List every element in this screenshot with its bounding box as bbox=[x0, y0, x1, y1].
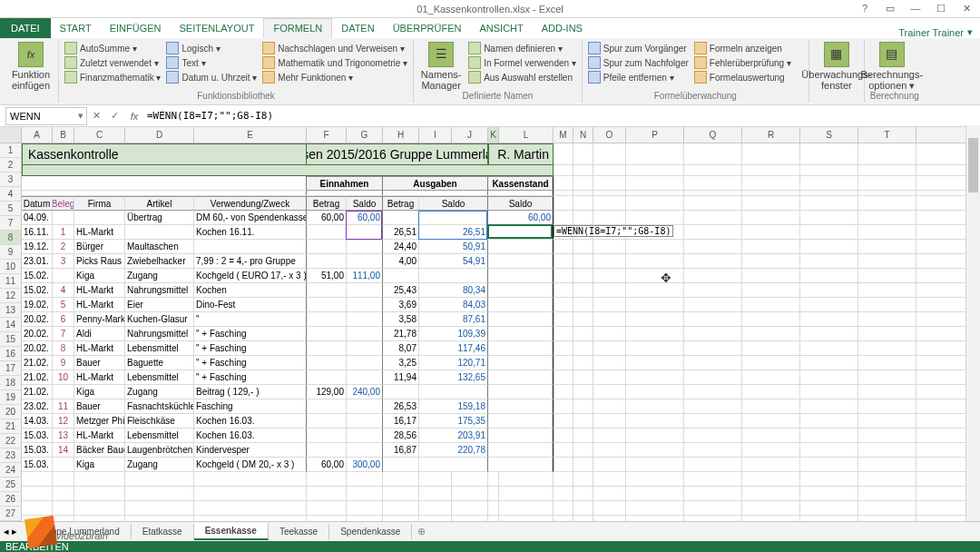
cell[interactable] bbox=[800, 312, 858, 327]
cell[interactable]: 3,58 bbox=[383, 312, 419, 327]
cell[interactable] bbox=[858, 458, 916, 472]
cell[interactable] bbox=[800, 196, 858, 211]
cell[interactable] bbox=[488, 327, 554, 341]
cell[interactable]: 13 bbox=[53, 429, 74, 443]
cell[interactable] bbox=[593, 341, 626, 356]
cell[interactable] bbox=[742, 269, 800, 283]
cell[interactable] bbox=[626, 385, 684, 399]
cell[interactable]: 4 bbox=[53, 283, 74, 298]
ribbon-item[interactable]: AutoSumme ▾ bbox=[64, 42, 161, 54]
row-header[interactable]: 21 bbox=[0, 419, 22, 434]
cell[interactable] bbox=[499, 472, 554, 487]
cell[interactable] bbox=[573, 356, 593, 370]
cell[interactable] bbox=[573, 458, 593, 472]
cell[interactable]: Nahrungsmittel bbox=[125, 283, 194, 298]
cell[interactable] bbox=[858, 356, 916, 370]
cell[interactable] bbox=[684, 196, 742, 211]
cell[interactable]: 300,00 bbox=[347, 458, 383, 472]
row-header[interactable]: 5 bbox=[0, 202, 22, 216]
cell[interactable] bbox=[307, 225, 347, 240]
add-sheet-button[interactable]: ⊕ bbox=[412, 526, 430, 537]
cell[interactable]: Datum bbox=[22, 196, 53, 211]
cell[interactable] bbox=[742, 176, 800, 191]
fx-button[interactable]: fx bbox=[123, 111, 145, 122]
ribbon-tab-add-ins[interactable]: ADD-INS bbox=[533, 18, 592, 38]
cell[interactable]: Zugang bbox=[125, 269, 194, 283]
cell[interactable] bbox=[347, 472, 383, 487]
ribbon-tab-daten[interactable]: DATEN bbox=[332, 18, 383, 38]
cell[interactable]: 12 bbox=[53, 414, 74, 429]
cell[interactable]: 15.03. bbox=[22, 429, 53, 443]
cell[interactable]: Betrag bbox=[307, 196, 347, 211]
cell[interactable]: Verwendung/Zweck bbox=[194, 196, 307, 211]
cell[interactable] bbox=[573, 176, 593, 191]
cell[interactable] bbox=[684, 240, 742, 254]
cell[interactable] bbox=[626, 165, 684, 176]
cell[interactable]: 25,43 bbox=[383, 283, 419, 298]
cell[interactable] bbox=[194, 472, 307, 487]
cell[interactable] bbox=[307, 487, 347, 501]
cell[interactable] bbox=[347, 312, 383, 327]
cell[interactable] bbox=[573, 312, 593, 327]
cell[interactable] bbox=[74, 487, 125, 501]
cell[interactable] bbox=[554, 283, 573, 298]
ribbon-item[interactable]: Logisch ▾ bbox=[166, 42, 257, 54]
cell[interactable]: Firma bbox=[74, 196, 125, 211]
cell[interactable] bbox=[347, 414, 383, 429]
cell[interactable] bbox=[742, 501, 800, 516]
cell[interactable] bbox=[626, 341, 684, 356]
cell[interactable]: Saldo bbox=[419, 196, 488, 211]
cell[interactable] bbox=[488, 254, 554, 269]
ribbon-tab-seitenlayout[interactable]: SEITENLAYOUT bbox=[170, 18, 263, 38]
cell[interactable] bbox=[626, 414, 684, 429]
cell[interactable]: Saldo bbox=[347, 196, 383, 211]
cell[interactable]: Fleischkäse bbox=[125, 414, 194, 429]
cell[interactable] bbox=[593, 501, 626, 516]
cell[interactable] bbox=[573, 283, 593, 298]
cell[interactable] bbox=[800, 370, 858, 385]
cell[interactable]: 175,35 bbox=[419, 414, 488, 429]
cell[interactable] bbox=[573, 487, 593, 501]
cell[interactable] bbox=[800, 165, 858, 176]
row-headers[interactable]: 1234578910111213141516171819202122232425… bbox=[0, 143, 22, 536]
cell[interactable] bbox=[742, 298, 800, 312]
cell[interactable] bbox=[554, 472, 573, 487]
cell[interactable] bbox=[858, 298, 916, 312]
cell[interactable]: Betrag bbox=[383, 196, 419, 211]
cell[interactable] bbox=[626, 327, 684, 341]
cell[interactable] bbox=[488, 312, 554, 327]
cell[interactable]: HL-Markt bbox=[74, 370, 125, 385]
cell[interactable] bbox=[593, 298, 626, 312]
cell[interactable] bbox=[488, 458, 554, 472]
cell[interactable]: Bauer bbox=[74, 399, 125, 414]
cell[interactable]: 8 bbox=[53, 341, 74, 356]
cell[interactable]: 3,69 bbox=[383, 298, 419, 312]
cell[interactable]: 23.02. bbox=[22, 399, 53, 414]
cell[interactable]: 04.09. bbox=[22, 211, 53, 225]
col-header[interactable]: O bbox=[593, 127, 626, 143]
col-header[interactable]: S bbox=[800, 127, 858, 143]
cell[interactable] bbox=[573, 399, 593, 414]
help-icon[interactable]: ? bbox=[855, 3, 875, 15]
ribbon-item[interactable]: Pfeile entfernen ▾ bbox=[588, 71, 689, 84]
scroll-thumb[interactable] bbox=[968, 138, 978, 192]
cell[interactable]: 60,00 bbox=[488, 211, 554, 225]
cell[interactable]: 14 bbox=[53, 443, 74, 458]
col-header[interactable]: R bbox=[742, 127, 800, 143]
cell[interactable] bbox=[684, 312, 742, 327]
col-header[interactable]: D bbox=[125, 127, 194, 143]
user-area[interactable]: Trainer Trainer ▾ bbox=[898, 26, 980, 38]
cell[interactable]: 5 bbox=[53, 298, 74, 312]
cell[interactable]: Einnahmen bbox=[307, 176, 383, 191]
cell[interactable] bbox=[419, 501, 452, 516]
cell[interactable] bbox=[53, 269, 74, 283]
cell[interactable] bbox=[488, 225, 554, 240]
cell[interactable] bbox=[684, 429, 742, 443]
cell[interactable] bbox=[573, 385, 593, 399]
cell[interactable] bbox=[307, 327, 347, 341]
cell[interactable] bbox=[593, 327, 626, 341]
calc-options-button[interactable]: ▤Berechnungs-optionen ▾ bbox=[870, 42, 914, 91]
cell[interactable]: " bbox=[194, 312, 307, 327]
cell[interactable] bbox=[307, 254, 347, 269]
cell[interactable]: Bürger bbox=[74, 240, 125, 254]
